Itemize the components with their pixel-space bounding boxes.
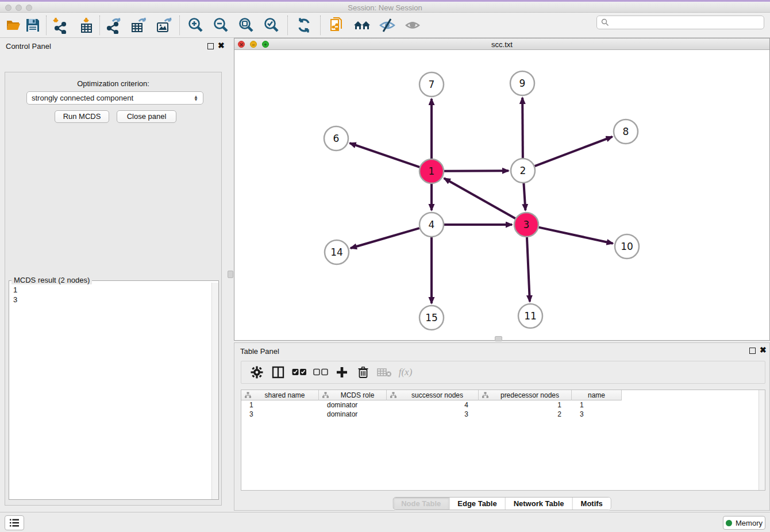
- graph-node-11[interactable]: 11: [518, 304, 542, 328]
- export-table-icon[interactable]: [129, 16, 148, 35]
- graph-edge-3-10[interactable]: [538, 228, 613, 244]
- search-input[interactable]: [612, 17, 764, 28]
- settings-gear-icon[interactable]: [246, 364, 267, 381]
- tab-edge-table[interactable]: Edge Table: [449, 498, 505, 510]
- table-cell[interactable]: 3: [387, 410, 479, 419]
- graph-edge-1-2[interactable]: [444, 171, 509, 171]
- houses-icon[interactable]: [352, 16, 372, 35]
- deselect-all-icon[interactable]: [310, 364, 331, 381]
- tab-motifs[interactable]: Motifs: [572, 498, 611, 510]
- network-canvas[interactable]: 7968124314101511: [234, 50, 769, 340]
- task-history-button[interactable]: [5, 515, 24, 530]
- table-cell[interactable]: dominator: [319, 410, 387, 419]
- graph-node-1[interactable]: 1: [419, 159, 444, 183]
- graph-node-2[interactable]: 2: [511, 159, 535, 183]
- export-image-icon[interactable]: [154, 16, 174, 35]
- status-bar: Memory: [0, 512, 770, 532]
- graph-node-9[interactable]: 9: [510, 71, 534, 95]
- memory-label: Memory: [736, 519, 763, 527]
- import-table-icon[interactable]: [76, 16, 96, 35]
- graph-node-4[interactable]: 4: [419, 213, 444, 237]
- refresh-icon[interactable]: [294, 16, 314, 35]
- eye-slash-icon[interactable]: [378, 16, 397, 35]
- save-session-icon[interactable]: [23, 16, 43, 35]
- graph-edge-1-6[interactable]: [350, 143, 420, 167]
- graph-edge-3-11[interactable]: [527, 237, 530, 302]
- zoom-fit-icon[interactable]: [236, 16, 256, 35]
- import-network-icon[interactable]: [50, 16, 70, 35]
- graph-node-8[interactable]: 8: [614, 119, 638, 144]
- namespace-icon: [482, 392, 488, 398]
- graph-node-3[interactable]: 3: [514, 213, 538, 237]
- mcds-result-line: 1: [13, 285, 211, 295]
- memory-button[interactable]: Memory: [723, 516, 765, 530]
- table-cell[interactable]: 4: [387, 400, 479, 410]
- graph-node-6[interactable]: 6: [324, 126, 348, 151]
- network-window-titlebar[interactable]: ✕ − + scc.txt: [234, 38, 769, 50]
- delete-trash-icon[interactable]: [352, 364, 374, 381]
- run-mcds-button[interactable]: Run MCDS: [55, 110, 109, 123]
- memory-status-dot: [726, 520, 732, 526]
- table-cell[interactable]: 1: [241, 400, 319, 410]
- criterion-dropdown[interactable]: strongly connected component ▲▼: [26, 91, 203, 105]
- graph-node-10[interactable]: 10: [615, 234, 639, 259]
- graph-edge-4-14[interactable]: [351, 228, 419, 248]
- toolbar-search[interactable]: [596, 16, 764, 29]
- float-panel-icon[interactable]: [207, 43, 214, 49]
- toolbar-separator: [179, 16, 180, 35]
- app-titlebar: Session: New Session: [0, 2, 770, 13]
- main-toolbar: [0, 13, 770, 38]
- table-cell[interactable]: 1: [479, 400, 572, 410]
- control-panel: Control Panel ✖ NetworkStyleSelectMCDS O…: [0, 38, 226, 510]
- graph-edge-2-8[interactable]: [535, 137, 613, 166]
- table-panel-tabs: Node TableEdge TableNetwork TableMotifs: [392, 497, 611, 510]
- zoom-selected-icon[interactable]: [261, 16, 281, 35]
- mcds-result-text[interactable]: 13: [9, 283, 211, 499]
- table-row[interactable]: 1dominator411: [241, 400, 765, 410]
- svg-text:6: 6: [333, 133, 340, 144]
- network-title: scc.txt: [234, 40, 769, 49]
- column-header-predecessor-nodes[interactable]: predecessor nodes: [479, 390, 572, 400]
- close-panel-icon[interactable]: ✖: [218, 41, 225, 49]
- table-row[interactable]: 3dominator323: [241, 410, 765, 419]
- table-cell[interactable]: 1: [572, 400, 622, 410]
- svg-text:7: 7: [429, 79, 435, 90]
- svg-text:2: 2: [520, 165, 526, 176]
- graph-node-14[interactable]: 14: [325, 240, 349, 264]
- zoom-in-icon[interactable]: [186, 16, 205, 35]
- graph-edge-2-9[interactable]: [522, 98, 523, 158]
- column-header-shared-name[interactable]: shared name: [241, 390, 319, 400]
- vertical-splitter-handle[interactable]: [228, 271, 233, 278]
- svg-text:14: 14: [330, 246, 343, 258]
- tab-node-table[interactable]: Node Table: [393, 498, 449, 510]
- select-all-icon[interactable]: [288, 364, 310, 381]
- show-column-icon[interactable]: [267, 364, 288, 381]
- namespace-icon: [390, 392, 396, 398]
- open-file-icon[interactable]: [3, 16, 23, 35]
- graph-edge-3-1[interactable]: [444, 178, 515, 218]
- add-column-plus-icon[interactable]: [331, 364, 352, 381]
- table-cell[interactable]: 2: [479, 410, 572, 419]
- graph-node-15[interactable]: 15: [419, 306, 444, 330]
- svg-text:1: 1: [429, 165, 435, 177]
- close-panel-button[interactable]: Close panel: [117, 110, 176, 123]
- float-table-panel-icon[interactable]: [749, 348, 756, 354]
- horizontal-splitter-handle[interactable]: [495, 336, 502, 341]
- mcds-result-scrollbar[interactable]: [211, 283, 218, 499]
- table-cell[interactable]: 3: [241, 410, 319, 419]
- table-scrollbar[interactable]: [759, 390, 765, 490]
- column-header-MCDS-role[interactable]: MCDS role: [319, 390, 387, 400]
- network-view-window: ✕ − + scc.txt 7968124314101511: [234, 38, 770, 341]
- table-cell[interactable]: 3: [572, 410, 622, 419]
- zoom-out-icon[interactable]: [211, 16, 230, 35]
- export-network-icon[interactable]: [103, 16, 123, 35]
- column-header-name[interactable]: name: [572, 390, 622, 400]
- duplicate-network-icon[interactable]: [327, 16, 346, 35]
- graph-edge-2-3[interactable]: [523, 183, 525, 210]
- mcds-tab-content: Optimization criterion: strongly connect…: [5, 72, 222, 506]
- column-header-successor-nodes[interactable]: successor nodes: [387, 390, 479, 400]
- close-table-panel-icon[interactable]: ✖: [760, 346, 767, 354]
- table-cell[interactable]: dominator: [319, 400, 387, 410]
- tab-network-table[interactable]: Network Table: [505, 498, 572, 510]
- graph-node-7[interactable]: 7: [419, 72, 444, 97]
